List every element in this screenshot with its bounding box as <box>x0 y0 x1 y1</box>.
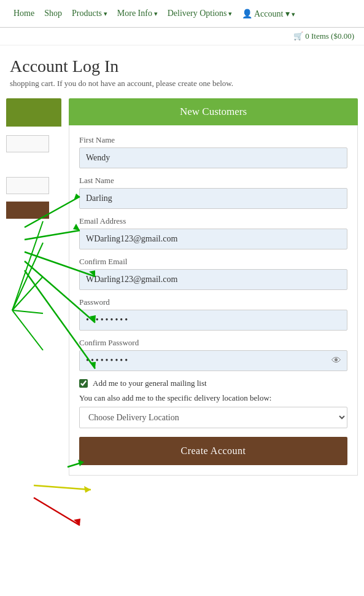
first-name-input[interactable] <box>79 147 347 168</box>
cart-icon: 🛒 <box>293 31 303 41</box>
confirm-email-input[interactable] <box>79 269 347 290</box>
email-label: Email Address <box>79 216 347 226</box>
last-name-input[interactable] <box>79 188 347 209</box>
new-customers-panel: New Customers First Name Last Name Email… <box>69 98 358 476</box>
mailing-list-checkbox[interactable] <box>79 379 88 388</box>
nav-products[interactable]: Products <box>68 6 111 20</box>
nav-shop[interactable]: Shop <box>41 6 66 21</box>
existing-customers-header <box>6 98 61 127</box>
existing-customers-panel <box>6 98 61 476</box>
existing-login-button[interactable] <box>6 202 49 219</box>
svg-line-14 <box>34 498 80 525</box>
nav-delivery-options[interactable]: Delivery Options <box>164 6 236 20</box>
confirm-email-group: Confirm Email <box>79 257 347 290</box>
toggle-password-icon[interactable]: 👁 <box>331 355 341 366</box>
password-group: Password <box>79 297 347 331</box>
confirm-password-input[interactable] <box>79 350 347 371</box>
nav-account[interactable]: 👤 Account ▾ <box>238 7 298 21</box>
svg-line-12 <box>34 485 91 490</box>
confirm-password-wrapper: 👁 <box>79 350 347 371</box>
existing-password-input[interactable] <box>6 177 49 194</box>
new-customers-form-body: First Name Last Name Email Address Confi… <box>69 125 358 476</box>
first-name-group: First Name <box>79 135 347 168</box>
new-customers-header: New Customers <box>69 98 358 125</box>
confirm-password-label: Confirm Password <box>79 338 347 348</box>
page-subtitle: shopping cart. If you do not have an acc… <box>0 79 364 98</box>
mailing-list-group: Add me to your general mailing list <box>79 378 347 388</box>
cart-count[interactable]: 0 Items ($0.00) <box>305 31 354 41</box>
confirm-email-label: Confirm Email <box>79 257 347 267</box>
nav-more-info[interactable]: More Info <box>114 6 161 20</box>
last-name-group: Last Name <box>79 176 347 209</box>
delivery-note: You can also add me to the specific deli… <box>79 393 347 403</box>
email-group: Email Address <box>79 216 347 249</box>
existing-username-input[interactable] <box>6 135 49 152</box>
page-title: Account Log In <box>0 45 364 79</box>
svg-marker-13 <box>84 486 91 493</box>
mailing-list-label[interactable]: Add me to your general mailing list <box>93 378 207 388</box>
email-input[interactable] <box>79 229 347 249</box>
password-input[interactable] <box>79 310 347 331</box>
first-name-label: First Name <box>79 135 347 145</box>
last-name-label: Last Name <box>79 176 347 186</box>
cart-bar: 🛒 0 Items ($0.00) <box>0 28 364 45</box>
confirm-password-group: Confirm Password 👁 <box>79 338 347 371</box>
delivery-location-select[interactable]: Choose Delivery Location <box>79 407 347 428</box>
password-label: Password <box>79 297 347 307</box>
create-account-button[interactable]: Create Account <box>79 437 347 465</box>
svg-marker-15 <box>74 519 80 525</box>
nav-home[interactable]: Home <box>10 6 38 21</box>
